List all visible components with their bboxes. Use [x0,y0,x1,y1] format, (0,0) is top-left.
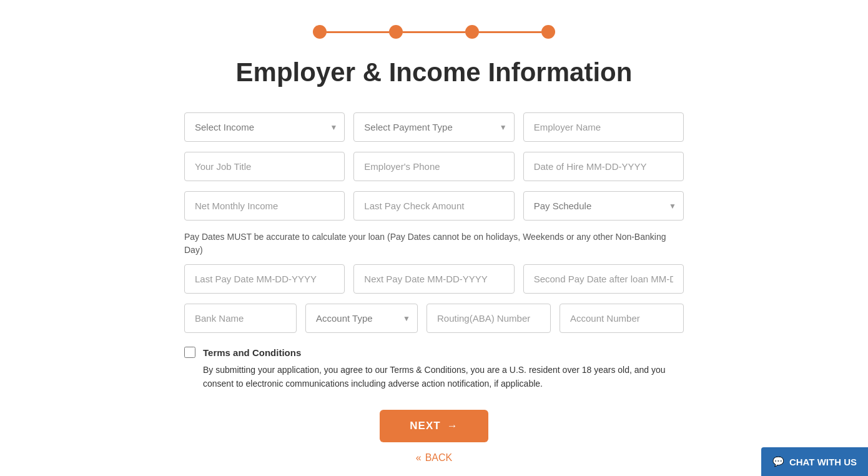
back-label: BACK [425,452,453,464]
payment-type-select-wrapper[interactable]: Select Payment Type Direct Deposit Check… [353,112,514,142]
terms-section: Terms and Conditions By submitting your … [184,345,684,391]
account-type-select-wrapper[interactable]: Account Type Checking Savings ▼ [305,304,418,333]
job-title-field [184,152,345,181]
account-type-field: Account Type Checking Savings ▼ [305,304,418,333]
next-label: NEXT [410,420,440,432]
progress-line-2 [403,31,465,33]
next-button[interactable]: NEXT → [380,410,488,442]
employer-name-field [523,112,684,142]
terms-label: Terms and Conditions By submitting your … [203,345,684,391]
progress-step-2 [389,25,403,39]
back-button[interactable]: « BACK [416,452,452,464]
routing-field [427,304,551,333]
employer-phone-field [353,152,514,181]
form-row-5: Account Type Checking Savings ▼ [184,304,684,333]
next-arrow-icon: → [447,420,458,432]
chat-label: CHAT WITH US [789,457,857,467]
terms-body: By submitting your application, you agre… [203,365,666,389]
date-of-hire-input[interactable] [523,152,684,181]
terms-title: Terms and Conditions [203,345,684,360]
employer-income-form: Select Income Employment Self-Employment… [184,112,684,464]
last-pay-date-input[interactable] [184,264,345,294]
progress-line-1 [327,31,389,33]
progress-bar [12,12,856,57]
next-pay-date-input[interactable] [353,264,514,294]
net-monthly-input[interactable] [184,191,345,221]
page-title: Employer & Income Information [12,57,856,87]
chat-widget[interactable]: 💬 CHAT WITH US [761,447,868,476]
job-title-input[interactable] [184,152,345,181]
progress-step-4 [541,25,555,39]
second-pay-date-input[interactable] [523,264,684,294]
terms-checkbox[interactable] [184,347,195,358]
pay-schedule-field: Pay Schedule Weekly Bi-Weekly Semi-Month… [523,191,684,221]
progress-step-3 [465,25,479,39]
back-chevron-icon: « [416,452,422,464]
select-payment-type[interactable]: Select Payment Type Direct Deposit Check… [353,112,514,142]
chat-icon: 💬 [772,456,784,467]
progress-step-1 [313,25,327,39]
date-of-hire-field [523,152,684,181]
button-section: NEXT → « BACK [184,410,684,464]
account-number-input[interactable] [560,304,684,333]
form-row-3: Pay Schedule Weekly Bi-Weekly Semi-Month… [184,191,684,221]
second-pay-date-field [523,264,684,294]
select-pay-schedule[interactable]: Pay Schedule Weekly Bi-Weekly Semi-Month… [523,191,684,221]
form-row-4 [184,264,684,294]
employer-name-input[interactable] [523,112,684,142]
form-row-2 [184,152,684,181]
income-select-wrapper[interactable]: Select Income Employment Self-Employment… [184,112,345,142]
routing-input[interactable] [427,304,551,333]
select-account-type[interactable]: Account Type Checking Savings [305,304,418,333]
last-paycheck-field [353,191,514,221]
employer-phone-input[interactable] [353,152,514,181]
last-paycheck-input[interactable] [353,191,514,221]
select-income[interactable]: Select Income Employment Self-Employment… [184,112,345,142]
bank-name-field [184,304,297,333]
income-field: Select Income Employment Self-Employment… [184,112,345,142]
pay-schedule-select-wrapper[interactable]: Pay Schedule Weekly Bi-Weekly Semi-Month… [523,191,684,221]
next-pay-date-field [353,264,514,294]
payment-type-field: Select Payment Type Direct Deposit Check… [353,112,514,142]
account-number-field [560,304,684,333]
bank-name-input[interactable] [184,304,297,333]
last-pay-date-field [184,264,345,294]
pay-dates-notice: Pay Dates MUST be accurate to calculate … [184,231,684,257]
net-monthly-field [184,191,345,221]
form-row-1: Select Income Employment Self-Employment… [184,112,684,142]
progress-line-3 [479,31,541,33]
